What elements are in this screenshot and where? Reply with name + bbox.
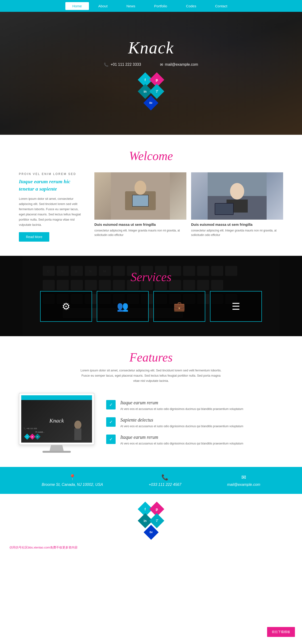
services-content: Services ⚙ 👥 💼 ☰ — [19, 270, 283, 322]
settings-icon: ⚙ — [62, 301, 70, 312]
features-mockup: Knack f 𝕡 in 📞 +01 111 222 ✉ mail@... — [19, 393, 94, 453]
mockup-social: f 𝕡 in — [25, 434, 40, 439]
feature-text-2: Sapiente delectus At vero eos et accusam… — [120, 417, 243, 428]
service-card-list[interactable]: ☰ — [210, 291, 262, 322]
footer-diamonds: f 𝕡 in 𝓣 Bé — [135, 503, 167, 538]
contact-email: mail@example.com — [227, 482, 260, 487]
contact-address: Broome St, Canada, NJ 10002, USA — [42, 482, 103, 487]
welcome-title: Welcome — [19, 149, 283, 163]
image1-caption: Duis euismod massa ut sem fringilla — [94, 222, 186, 226]
main-nav: Home About News Portfolio Codes Contact — [0, 0, 302, 12]
hero-social: f 𝕡 in 𝓣 Bé — [135, 74, 167, 109]
nav-portfolio[interactable]: Portfolio — [145, 2, 176, 10]
mockup-inner: Knack f 𝕡 in 📞 +01 111 222 ✉ mail@... — [21, 395, 92, 442]
feature-check-2: ✓ — [106, 417, 116, 427]
nav-news[interactable]: News — [117, 2, 145, 10]
welcome-left-col: Proin vel enim lorem sed Itaque earum re… — [19, 172, 85, 242]
hero-contacts: 📞 +01 111 222 3333 ✉ mail@example.com — [104, 62, 198, 67]
svg-rect-4 — [133, 195, 148, 206]
hero-phone-text: +01 111 222 3333 — [110, 62, 141, 67]
feature-title-1: Itaque earum rerum — [120, 400, 243, 406]
nav-home[interactable]: Home — [65, 2, 89, 10]
email-icon: ✉ — [160, 62, 163, 67]
feature-title-3: Itaque earum rerum — [120, 434, 243, 440]
location-icon: 📍 — [69, 474, 76, 481]
welcome-image-1: Duis euismod massa ut sem fringilla cons… — [94, 172, 186, 237]
read-more-button[interactable]: Read More — [19, 232, 49, 242]
mockup-title: Knack — [49, 418, 64, 424]
feature-text-3: Itaque earum rerum At vero eos et accusa… — [120, 434, 243, 446]
watermark-text: 仿同仿号社区bbs.xieniao.com免费不收更多资内容 — [9, 546, 78, 549]
image-placeholder-1 — [94, 172, 186, 220]
service-card-team[interactable]: 👥 — [97, 291, 149, 322]
svg-rect-10 — [215, 204, 233, 214]
contact-bar-email: ✉ mail@example.com — [227, 474, 260, 487]
feature-title-2: Sapiente delectus — [120, 417, 243, 423]
welcome-description: Lorem ipsum dolor sit amet, consectetur … — [19, 196, 85, 228]
image1-subcaption: consectetur adipiscing elit. Integer gra… — [94, 228, 186, 237]
contact-bar-address: 📍 Broome St, Canada, NJ 10002, USA — [42, 474, 103, 487]
svg-point-59 — [74, 420, 81, 429]
contact-bar: 📍 Broome St, Canada, NJ 10002, USA 📞 +03… — [0, 467, 302, 494]
footer-social: f 𝕡 in 𝓣 Bé — [0, 494, 302, 543]
service-card-settings[interactable]: ⚙ — [40, 291, 92, 322]
team-icon: 👥 — [117, 301, 129, 312]
hero-email: ✉ mail@example.com — [160, 62, 198, 67]
list-icon: ☰ — [232, 301, 240, 312]
watermark: 仿同仿号社区bbs.xieniao.com免费不收更多资内容 — [0, 543, 302, 553]
welcome-label: Proin vel enim lorem sed — [19, 172, 85, 176]
welcome-section: Welcome Proin vel enim lorem sed Itaque … — [0, 135, 302, 256]
services-section: C V B N M Services ⚙ 👥 💼 ☰ — [0, 256, 302, 336]
features-title: Features — [19, 350, 283, 364]
contact-bar-phone: 📞 +033 111 222 4567 — [149, 474, 181, 487]
feature-text-1: Itaque earum rerum At vero eos et accusa… — [120, 400, 243, 411]
feature-check-3: ✓ — [106, 434, 116, 444]
phone-icon: 📞 — [104, 62, 109, 67]
image-placeholder-2 — [191, 172, 283, 220]
feature-item-2: ✓ Sapiente delectus At vero eos et accus… — [106, 417, 283, 428]
person2-illustration — [191, 172, 283, 220]
hero-content: Knack 📞 +01 111 222 3333 ✉ mail@example.… — [104, 38, 198, 109]
features-section: Features Lorem ipsum dolor sit amet, con… — [0, 336, 302, 467]
nav-contact[interactable]: Contact — [206, 2, 237, 10]
welcome-subtitle: Itaque earum rerum hic tenetur a sapient… — [19, 178, 85, 193]
feature-desc-2: At vero eos et accusamus et iusto odio d… — [120, 424, 243, 428]
nav-codes[interactable]: Codes — [176, 2, 205, 10]
feature-desc-1: At vero eos et accusamus et iusto odio d… — [120, 407, 243, 411]
hero-title: Knack — [128, 38, 174, 58]
mail-icon: ✉ — [241, 474, 246, 481]
feature-check-1: ✓ — [106, 400, 116, 410]
mockup-email: ✉ mail@... — [35, 431, 45, 433]
mockup-stand — [50, 445, 64, 451]
mockup-phone: 📞 +01 111 222 — [24, 428, 37, 430]
contact-phone: +033 111 222 4567 — [149, 482, 181, 487]
features-description: Lorem ipsum dolor sit amet, consectetur … — [80, 368, 222, 384]
services-grid: ⚙ 👥 💼 ☰ — [19, 291, 283, 322]
mockup-nav-bar — [21, 395, 92, 400]
feature-desc-3: At vero eos et accusamus et iusto odio d… — [120, 442, 243, 446]
hero-section: Knack 📞 +01 111 222 3333 ✉ mail@example.… — [0, 12, 302, 135]
welcome-image-2: Duis euismod massa ut sem fringilla cons… — [191, 172, 283, 237]
welcome-images: Duis euismod massa ut sem fringilla cons… — [94, 172, 283, 237]
features-grid: Knack f 𝕡 in 📞 +01 111 222 ✉ mail@... — [19, 393, 283, 453]
mockup-person — [68, 419, 87, 442]
svg-rect-60 — [74, 428, 81, 440]
welcome-grid: Proin vel enim lorem sed Itaque earum re… — [19, 172, 283, 242]
service-card-briefcase[interactable]: 💼 — [153, 291, 205, 322]
mockup-screen: Knack f 𝕡 in 📞 +01 111 222 ✉ mail@... — [19, 393, 94, 445]
hero-phone: 📞 +01 111 222 3333 — [104, 62, 141, 67]
feature-item-3: ✓ Itaque earum rerum At vero eos et accu… — [106, 434, 283, 446]
services-title: Services — [19, 270, 283, 284]
image2-subcaption: consectetur adipiscing elit. Integer gra… — [191, 228, 283, 237]
features-list: ✓ Itaque earum rerum At vero eos et accu… — [106, 400, 283, 446]
hero-email-text: mail@example.com — [165, 62, 198, 67]
mockup-base — [42, 451, 71, 453]
svg-point-2 — [135, 180, 146, 195]
image2-caption: Duis euismod massa ut sem fringilla — [191, 222, 283, 226]
svg-point-7 — [230, 183, 244, 200]
person1-illustration — [94, 172, 186, 220]
nav-about[interactable]: About — [89, 2, 117, 10]
briefcase-icon: 💼 — [173, 301, 185, 312]
phone-icon: 📞 — [161, 474, 168, 481]
feature-item-1: ✓ Itaque earum rerum At vero eos et accu… — [106, 400, 283, 411]
